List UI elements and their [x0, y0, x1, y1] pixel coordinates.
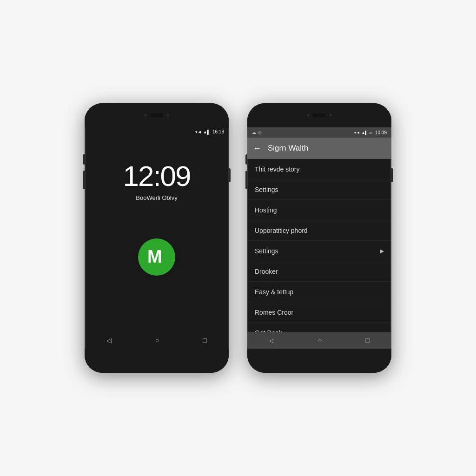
menu-item-label: Romes Croor: [255, 309, 293, 316]
menu-screen: ☁ ◎ ▾◄ ▲▌ ▭ 10:09 ← Sigrn Walth Thit rev…: [247, 127, 391, 349]
menu-item-label: Settings: [255, 186, 278, 193]
menu-list: Thit revde storySettingsHostingUpporatit…: [247, 159, 391, 349]
front-camera-icon: [144, 113, 147, 117]
menu-item[interactable]: Settings▶: [247, 241, 391, 261]
chevron-right-icon: ▶: [380, 248, 384, 254]
navigation-bar-2: ◁ ○ □: [247, 332, 391, 349]
menu-item-label: Upporatiticy phord: [255, 227, 308, 234]
recents-nav-icon[interactable]: □: [203, 337, 207, 344]
sensor-icon-2: [329, 113, 332, 117]
power-button[interactable]: [229, 168, 231, 182]
speaker-icon: [150, 113, 163, 117]
motorola-logo: M: [138, 238, 175, 276]
top-bezel-2: [247, 103, 391, 127]
battery-icon-2: ▭: [369, 131, 373, 135]
back-button[interactable]: ←: [253, 144, 261, 153]
menu-item[interactable]: Drooker: [247, 261, 391, 282]
front-camera-icon-2: [306, 113, 310, 117]
status-right-icons: ▾◄ ▲▌ ▭ 10:09: [354, 130, 387, 135]
menu-item-label: Settings: [255, 247, 278, 255]
lock-screen: ▾◄ ▲▌ 16:18 12:09 BooWerli Oblvy M ◁ ○ □: [85, 127, 229, 349]
bottom-bezel-2: [247, 349, 391, 373]
menu-item-label: Thit revde story: [255, 165, 299, 173]
back-nav-icon-2[interactable]: ◁: [269, 337, 274, 344]
status-bar-2: ☁ ◎ ▾◄ ▲▌ ▭ 10:09: [247, 127, 391, 138]
wifi-icon: ▾◄: [195, 130, 202, 134]
menu-item[interactable]: Thit revde story: [247, 159, 391, 179]
sensor-icon: [166, 113, 170, 117]
speaker-icon-2: [313, 113, 326, 117]
signal-icon-2: ▲▌: [361, 131, 368, 135]
navigation-bar: ◁ ○ □: [85, 332, 229, 349]
motorola-logo-area: M: [85, 238, 229, 276]
menu-item-label: Easy & tettup: [255, 288, 293, 296]
menu-item-label: Drooker: [255, 268, 278, 275]
lock-date: BooWerli Oblvy: [85, 194, 229, 201]
cloud-icon: ☁: [252, 130, 256, 135]
menu-item-label: Hosting: [255, 206, 277, 214]
screen-title: Sigrn Walth: [268, 144, 308, 153]
clock-time: 12:09: [85, 159, 229, 192]
lock-time-area: 12:09 BooWerli Oblvy: [85, 159, 229, 201]
back-nav-icon[interactable]: ◁: [106, 337, 112, 344]
wifi-icon-2: ▾◄: [354, 131, 360, 135]
menu-item[interactable]: Settings: [247, 179, 391, 200]
status-bar: ▾◄ ▲▌ 16:18: [85, 127, 229, 136]
status-icons: ▾◄ ▲▌ 16:18: [195, 129, 224, 134]
time-display: 16:18: [212, 129, 224, 134]
svg-text:M: M: [147, 247, 162, 266]
time-display-2: 10:09: [375, 130, 387, 135]
menu-item[interactable]: Easy & tettup: [247, 282, 391, 302]
power-button-2[interactable]: [391, 168, 393, 182]
app-toolbar: ← Sigrn Walth: [247, 138, 391, 159]
recents-nav-icon-2[interactable]: □: [366, 337, 370, 344]
phone2: ☁ ◎ ▾◄ ▲▌ ▭ 10:09 ← Sigrn Walth Thit rev…: [247, 103, 391, 373]
menu-item[interactable]: Hosting: [247, 200, 391, 220]
home-nav-icon[interactable]: ○: [155, 337, 159, 344]
status-left-icons: ☁ ◎: [252, 130, 262, 135]
motorola-m-icon: M: [145, 245, 169, 269]
phone1: ▾◄ ▲▌ 16:18 12:09 BooWerli Oblvy M ◁ ○ □: [85, 103, 229, 373]
alert-icon: ◎: [258, 130, 262, 135]
menu-item[interactable]: Romes Croor: [247, 302, 391, 323]
signal-icon: ▲▌: [203, 130, 210, 134]
bottom-bezel: [85, 349, 229, 373]
menu-item[interactable]: Upporatiticy phord: [247, 220, 391, 241]
home-nav-icon-2[interactable]: ○: [318, 337, 322, 344]
top-bezel: [85, 103, 229, 127]
